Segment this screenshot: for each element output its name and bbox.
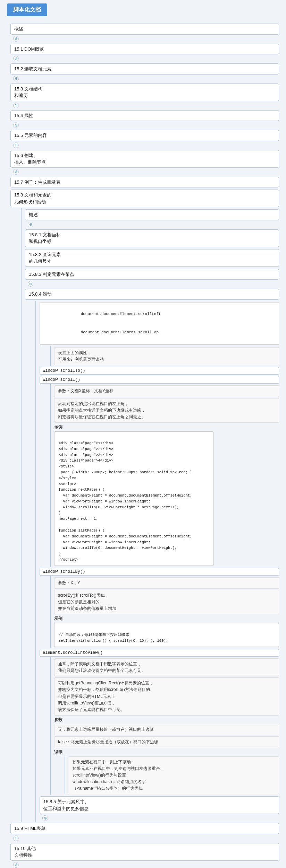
param-false: false：将元素上边缘尽量接近（或放在）视口的下边缘 bbox=[54, 736, 279, 748]
label-15-8-5[interactable]: 15.8.5 关于元素尺寸、 位置和溢出的更多信息 bbox=[40, 796, 279, 814]
scroll-into-view-inner: 如果元素在视口中，则上下滚动； 如果元素不在视口中，则左边与视口左边缘重合。 s… bbox=[65, 756, 279, 795]
node-15-8-2: 15.8.2 查询元素 的几何尺寸 bbox=[25, 248, 279, 268]
scroll-methods-details: 参数：文档X坐标，文档Y坐标 滚动到指定的点出现在视口的左上角， 如果指定的点太… bbox=[50, 384, 279, 567]
expand-15-2[interactable]: ⊕ bbox=[13, 76, 19, 81]
expand-15-5[interactable]: ⊕ bbox=[13, 142, 19, 148]
scroll-into-view-desc2: 可以利用getBoundingClientRect()计算元素的位置， 并转换为… bbox=[54, 677, 279, 716]
label-15-5[interactable]: 15.5 元素的内容 bbox=[10, 130, 279, 141]
node-15-8: 15.8 文档和元素的 几何形状和滚动 概述 ⊕ 15.8.1 文档坐标 和视口… bbox=[10, 188, 279, 822]
label-15-6[interactable]: 15.6 创建、 插入、删除节点 bbox=[10, 150, 279, 168]
expand-15-8-5[interactable]: ⊕ bbox=[42, 815, 48, 821]
node-15-1: 15.1 DOM概览 ⊕ bbox=[10, 43, 279, 63]
label-15-8-overview[interactable]: 概述 bbox=[25, 209, 279, 220]
label-15-8-2[interactable]: 15.8.2 查询元素 的几何尺寸 bbox=[25, 249, 279, 267]
code-example-2: // 自动向读：每100毫米向下按压10像素 setInterval(funct… bbox=[54, 623, 279, 647]
scroll-method-2[interactable]: window.scroll() bbox=[40, 376, 279, 384]
scroll-into-view-desc1: 通常，除了滚动到文档中用数字表示的位置， 我们只是想让滚动使得文档中的某个元素可… bbox=[54, 658, 279, 676]
expand-15-6[interactable]: ⊕ bbox=[13, 169, 19, 175]
expand-15-8-3[interactable]: ⊕ bbox=[28, 281, 33, 287]
label-15-2[interactable]: 15.2 选取文档元素 bbox=[10, 63, 279, 74]
scroll-props-block: document.documentElement.scrollLeft docu… bbox=[40, 301, 279, 367]
node-15-7: 15.7 例子：生成目录表 bbox=[10, 176, 279, 189]
params-title: 参数 bbox=[54, 717, 279, 723]
label-15-8-1[interactable]: 15.8.1 文档坐标 和视口坐标 bbox=[25, 229, 279, 247]
scroll-prop1: document.documentElement.scrollLeft docu… bbox=[40, 302, 279, 345]
children-15-8: 概述 ⊕ 15.8.1 文档坐标 和视口坐标 15.8.2 查询元素 的几何尺寸… bbox=[21, 208, 279, 822]
scroll-prop-desc: 设置上面的属性， 可用来让浏览器页面滚动 bbox=[54, 347, 279, 365]
page-wrapper: 脚本化文档 概述 ⊕ 15.1 DOM概览 ⊕ 15.2 选取文档元素 ⊕ 15… bbox=[0, 0, 286, 868]
scroll-methods-desc: 滚动到指定的点出现在视口的左上角， 如果指定的点太接近于文档的下边缘或右边缘， … bbox=[54, 398, 279, 423]
scroll-method-1[interactable]: window.scrollTo() bbox=[40, 367, 279, 375]
expand-15-9[interactable]: ⊕ bbox=[13, 835, 19, 841]
scroll-into-view-block: element.scrollIntoView() 通常，除了滚动到文档中用数字表… bbox=[40, 648, 279, 796]
node-15-5: 15.5 元素的内容 ⊕ bbox=[10, 129, 279, 149]
children-15-8-4: document.documentElement.scrollLeft docu… bbox=[35, 301, 279, 822]
node-15-8-1: 15.8.1 文档坐标 和视口坐标 bbox=[25, 228, 279, 248]
scrollby-desc: scrollBy()和scrollTo()类似， 但是它的参数是相对的， 并在当… bbox=[54, 590, 279, 615]
expand-15-10[interactable]: ⊕ bbox=[13, 862, 19, 868]
scrollby-method[interactable]: window.scrollBy() bbox=[40, 568, 279, 576]
scrollby-block: window.scrollBy() 参数：X，Y scrollBy()和scro… bbox=[40, 567, 279, 648]
label-15-10[interactable]: 15.10 其他 文档特性 bbox=[10, 843, 279, 861]
node-15-3: 15.3 文档结构 和遍历 ⊕ bbox=[10, 82, 279, 109]
node-15-9: 15.9 HTML表单 ⊕ bbox=[10, 822, 279, 842]
tree-root: 概述 ⊕ 15.1 DOM概览 ⊕ 15.2 选取文档元素 ⊕ 15.3 文档结… bbox=[10, 23, 279, 868]
overview-label[interactable]: 概述 bbox=[10, 24, 279, 35]
desc-title: 说明 bbox=[54, 749, 279, 755]
label-15-9[interactable]: 15.9 HTML表单 bbox=[10, 823, 279, 834]
scroll-params-label: 参数：文档X坐标，文档Y坐标 bbox=[54, 385, 279, 397]
scroll-into-view-desc3: 如果元素在视口中，则上下滚动； 如果元素不在视口中，则左边与视口左边缘重合。 s… bbox=[69, 756, 279, 795]
param-none: 无：将元素上边缘尽量接近（或放在）视口的上边缘 bbox=[54, 724, 279, 735]
label-15-8-3[interactable]: 15.8.3 判定元素在某点 bbox=[25, 269, 279, 280]
example-label-1: 示例 bbox=[54, 424, 279, 430]
label-15-8[interactable]: 15.8 文档和元素的 几何形状和滚动 bbox=[10, 190, 279, 207]
page-title[interactable]: 脚本化文档 bbox=[7, 3, 47, 16]
expand-15-3[interactable]: ⊕ bbox=[13, 103, 19, 108]
label-15-7[interactable]: 15.7 例子：生成目录表 bbox=[10, 177, 279, 188]
node-15-8-4: 15.8.4 滚动 document.documentElement.scrol… bbox=[25, 288, 279, 822]
expand-15-1[interactable]: ⊕ bbox=[13, 56, 19, 61]
node-15-8-overview: 概述 ⊕ bbox=[25, 208, 279, 228]
label-15-4[interactable]: 15.4 属性 bbox=[10, 110, 279, 121]
scrollby-params: 参数：X，Y bbox=[54, 577, 279, 589]
node-15-6: 15.6 创建、 插入、删除节点 ⊕ bbox=[10, 149, 279, 176]
node-15-8-5: 15.8.5 关于元素尺寸、 位置和溢出的更多信息 ⊕ bbox=[40, 795, 279, 822]
scroll-prop-annotation: 设置上面的属性， 可用来让浏览器页面滚动 bbox=[50, 346, 279, 366]
label-15-8-4[interactable]: 15.8.4 滚动 bbox=[25, 289, 279, 300]
scroll-into-view-method[interactable]: element.scrollIntoView() bbox=[40, 649, 279, 657]
node-15-4: 15.4 属性 ⊕ bbox=[10, 109, 279, 129]
expand-15-4[interactable]: ⊕ bbox=[13, 122, 19, 128]
node-15-8-3: 15.8.3 判定元素在某点 ⊕ bbox=[25, 268, 279, 288]
node-15-2: 15.2 选取文档元素 ⊕ bbox=[10, 62, 279, 82]
scrollby-details: 参数：X，Y scrollBy()和scrollTo()类似， 但是它的参数是相… bbox=[50, 576, 279, 648]
scroll-methods-block: window.scrollTo() window.scroll() 参数：文档X… bbox=[40, 366, 279, 567]
node-15-10: 15.10 其他 文档特性 ⊕ bbox=[10, 842, 279, 868]
example-label-2: 示例 bbox=[54, 616, 279, 622]
node-overview: 概述 ⊕ bbox=[10, 23, 279, 43]
label-15-1[interactable]: 15.1 DOM概览 bbox=[10, 44, 279, 55]
code-example-1: <div class="page">1</div> <div class="pa… bbox=[54, 431, 214, 566]
overview-expand-icon[interactable]: ⊕ bbox=[13, 36, 19, 42]
expand-15-8-overview[interactable]: ⊕ bbox=[28, 222, 33, 227]
scroll-into-view-details: 通常，除了滚动到文档中用数字表示的位置， 我们只是想让滚动使得文档中的某个元素可… bbox=[50, 657, 279, 796]
label-15-3[interactable]: 15.3 文档结构 和遍历 bbox=[10, 84, 279, 101]
